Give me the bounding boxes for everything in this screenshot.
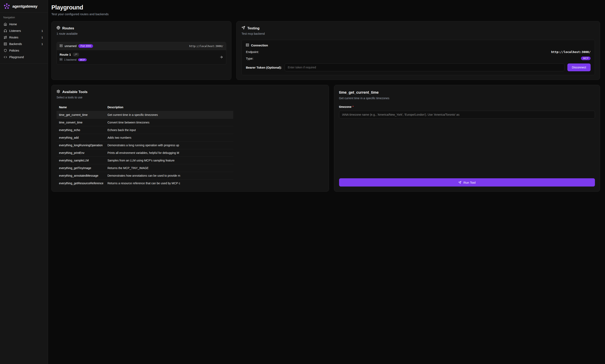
- testing-card-title: Testing: [247, 26, 259, 30]
- sidebar-item-label: Routes: [9, 36, 39, 39]
- endpoint-label: Endpoint:: [246, 50, 259, 54]
- sidebar-item-home[interactable]: Home: [2, 21, 46, 27]
- sidebar-item-label: Playground: [9, 55, 44, 59]
- shield-icon: [4, 49, 7, 52]
- run-tool-button[interactable]: Run Tool: [339, 178, 595, 186]
- main-content: Playground Test your configured routes a…: [48, 0, 605, 364]
- tool-name-cell: time_get_current_time: [56, 111, 105, 119]
- routes-card: Routes 1 route available unnamed Port 30…: [51, 21, 231, 80]
- send-icon: [241, 26, 245, 31]
- tool-row-everything-annotatedmessage[interactable]: everything_annotatedMessage Demonstrates…: [56, 172, 233, 180]
- tool-description-cell: Returns a resource reference that can be…: [105, 180, 233, 187]
- arrow-right-icon: [220, 55, 223, 59]
- count-badge: 1: [41, 29, 44, 32]
- column-header-description: Description: [105, 104, 233, 111]
- tool-description-cell: Adds two numbers: [105, 134, 233, 142]
- endpoint-value: http://localhost:3000/: [551, 50, 591, 54]
- agentgateway-logo-icon: [3, 3, 10, 10]
- page-subtitle: Test your configured routes and backends: [51, 12, 600, 16]
- tool-description-cell: Echoes back the input: [105, 126, 233, 134]
- bearer-token-input[interactable]: [285, 64, 565, 71]
- tool-description-cell: Demonstrates a long running operation wi…: [105, 142, 233, 149]
- sidebar-item-playground[interactable]: Playground: [2, 54, 46, 60]
- listener-box: unnamed Port 3000 http://localhost:3000/…: [56, 42, 226, 65]
- tool-row-everything-gettinyimage[interactable]: everything_getTinyImage Returns the MCP_…: [56, 164, 233, 172]
- sidebar-nav: Home Listeners 1 Routes 1 Backends 1: [0, 21, 48, 64]
- tool-row-everything-getresourcereference[interactable]: everything_getResourceReference Returns …: [56, 180, 233, 187]
- connection-title: Connection: [251, 44, 268, 47]
- tool-description-cell: Samples from an LLM using MCP's sampling…: [105, 157, 233, 164]
- sidebar-item-label: Home: [9, 23, 44, 26]
- tool-description-cell: Demonstrates how annotations can be used…: [105, 172, 233, 180]
- type-label: Type:: [246, 57, 253, 60]
- route-item[interactable]: Route 1 /* 1 backend MCP: [57, 50, 226, 65]
- run-tool-label: Run Tool: [463, 181, 475, 184]
- headphones-icon: [4, 29, 7, 32]
- sidebar-item-policies[interactable]: Policies: [2, 47, 46, 54]
- tool-detail-title: time_get_current_time: [339, 90, 595, 95]
- tool-row-everything-longrunningoperation[interactable]: everything_longRunningOperation Demonstr…: [56, 142, 233, 149]
- count-badge: 1: [41, 36, 44, 39]
- tool-name-cell: everything_longRunningOperation: [56, 142, 105, 149]
- server-icon: [60, 58, 63, 61]
- tool-row-everything-printenv[interactable]: everything_printEnv Prints all environme…: [56, 149, 233, 157]
- column-header-name: Name: [56, 104, 105, 111]
- timezone-input[interactable]: [339, 111, 595, 118]
- connection-panel: Connection Endpoint: http://localhost:30…: [241, 40, 595, 75]
- routes-card-title: Routes: [62, 26, 74, 30]
- server-icon: [246, 43, 249, 47]
- code-icon: [4, 55, 7, 59]
- tool-name-cell: everything_echo: [56, 126, 105, 134]
- port-badge: Port 3000: [78, 44, 93, 48]
- route-type-badge: MCP: [78, 58, 87, 61]
- tool-row-everything-add[interactable]: everything_add Adds two numbers: [56, 134, 233, 142]
- tool-row-everything-samplellm[interactable]: everything_sampleLLM Samples from an LLM…: [56, 157, 233, 164]
- page-title: Playground: [51, 4, 600, 11]
- tool-name-cell: everything_add: [56, 134, 105, 142]
- globe-icon: [56, 26, 60, 31]
- route-backend-count: 1 backend: [64, 58, 77, 61]
- sidebar-item-routes[interactable]: Routes 1: [2, 34, 46, 41]
- listener-name: unnamed: [65, 44, 77, 48]
- disconnect-button[interactable]: Disconnect: [567, 64, 591, 71]
- available-tools-subtitle: Select a tools to use: [56, 96, 324, 99]
- tool-row-everything-echo[interactable]: everything_echo Echoes back the input: [56, 126, 233, 134]
- sidebar-item-listeners[interactable]: Listeners 1: [2, 27, 46, 34]
- tool-description-cell: Convert time between timezones: [105, 119, 233, 126]
- tool-description-cell: Get current time in a specific timezones: [105, 111, 233, 119]
- required-asterisk: *: [353, 105, 354, 108]
- bearer-token-label: Bearer Token (Optional):: [246, 66, 282, 69]
- route-path-badge: /*: [73, 53, 79, 56]
- nav-section-label: Navigation: [0, 13, 48, 21]
- brand[interactable]: agentgateway: [0, 0, 48, 13]
- sidebar-item-label: Backends: [9, 42, 39, 46]
- available-tools-card: Available Tools Select a tools to use Na…: [51, 85, 329, 192]
- route-icon: [4, 36, 7, 39]
- mcp-type-badge: MCP: [581, 56, 591, 60]
- tool-row-time-get-current-time[interactable]: time_get_current_time Get current time i…: [56, 111, 233, 119]
- sidebar: agentgateway Navigation Home Listeners 1…: [0, 0, 48, 364]
- send-icon: [458, 181, 461, 184]
- tool-row-time-convert-time[interactable]: time_convert_time Convert time between t…: [56, 119, 233, 126]
- sidebar-item-label: Policies: [9, 49, 44, 52]
- route-name: Route 1: [60, 53, 71, 56]
- count-badge: 1: [41, 42, 44, 46]
- tool-detail-card: time_get_current_time Get current time i…: [334, 85, 600, 192]
- routes-card-subtitle: 1 route available: [56, 32, 226, 35]
- brand-name: agentgateway: [12, 4, 37, 9]
- tool-name-cell: time_convert_time: [56, 119, 105, 126]
- sidebar-item-backends[interactable]: Backends 1: [2, 41, 46, 47]
- home-icon: [4, 23, 7, 26]
- listener-row: unnamed Port 3000 http://localhost:3000/: [57, 42, 226, 50]
- testing-card-subtitle: Test mcp backend: [241, 32, 595, 35]
- tool-name-cell: everything_sampleLLM: [56, 157, 105, 164]
- tool-detail-subtitle: Get current time in a specific timezones: [339, 97, 595, 100]
- tools-table: Name Description time_get_current_time G…: [56, 104, 233, 187]
- tool-name-cell: everything_getResourceReference: [56, 180, 105, 187]
- server-icon: [4, 42, 7, 46]
- tool-name-cell: everything_getTinyImage: [56, 164, 105, 172]
- testing-card: Testing Test mcp backend Connection Endp…: [236, 21, 600, 80]
- server-icon: [60, 44, 63, 48]
- tool-name-cell: everything_annotatedMessage: [56, 172, 105, 180]
- sidebar-item-label: Listeners: [9, 29, 39, 32]
